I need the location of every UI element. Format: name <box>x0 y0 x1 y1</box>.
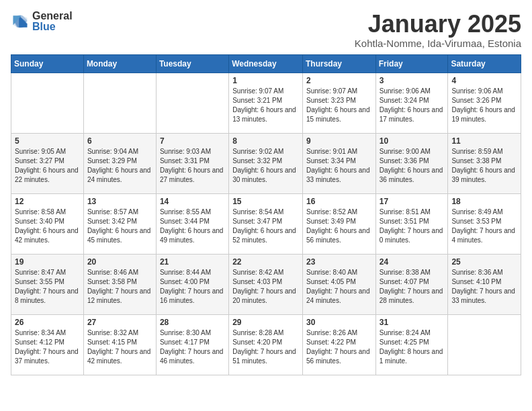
day-number: 23 <box>306 257 372 267</box>
day-number: 11 <box>451 136 517 146</box>
week-row-2: 5Sunrise: 9:05 AM Sunset: 3:27 PM Daylig… <box>11 133 521 193</box>
header-cell-wednesday: Wednesday <box>229 54 303 73</box>
day-info: Sunrise: 8:30 AM Sunset: 4:17 PM Dayligh… <box>160 328 225 366</box>
day-number: 9 <box>306 136 372 146</box>
day-cell: 13Sunrise: 8:57 AM Sunset: 3:42 PM Dayli… <box>83 193 156 254</box>
day-info: Sunrise: 8:59 AM Sunset: 3:38 PM Dayligh… <box>451 147 517 185</box>
calendar-header: SundayMondayTuesdayWednesdayThursdayFrid… <box>11 54 521 73</box>
header-cell-saturday: Saturday <box>448 54 521 73</box>
day-number: 21 <box>160 257 225 267</box>
day-info: Sunrise: 8:47 AM Sunset: 3:55 PM Dayligh… <box>15 268 80 306</box>
day-cell: 3Sunrise: 9:06 AM Sunset: 3:24 PM Daylig… <box>375 73 448 133</box>
day-number: 3 <box>380 76 445 85</box>
day-number: 6 <box>87 136 152 146</box>
header-cell-friday: Friday <box>375 54 448 73</box>
header-row: SundayMondayTuesdayWednesdayThursdayFrid… <box>11 54 521 73</box>
title-area: January 2025 Kohtla-Nomme, Ida-Virumaa, … <box>355 11 521 49</box>
day-cell: 14Sunrise: 8:55 AM Sunset: 3:44 PM Dayli… <box>156 193 228 254</box>
day-cell: 23Sunrise: 8:40 AM Sunset: 4:05 PM Dayli… <box>302 254 375 314</box>
day-cell: 11Sunrise: 8:59 AM Sunset: 3:38 PM Dayli… <box>448 133 521 193</box>
day-cell <box>11 73 84 133</box>
day-cell: 27Sunrise: 8:32 AM Sunset: 4:15 PM Dayli… <box>83 314 156 375</box>
calendar-table: SundayMondayTuesdayWednesdayThursdayFrid… <box>11 54 521 375</box>
header-cell-tuesday: Tuesday <box>156 54 228 73</box>
header-cell-sunday: Sunday <box>11 54 84 73</box>
day-info: Sunrise: 9:06 AM Sunset: 3:24 PM Dayligh… <box>380 87 445 124</box>
day-info: Sunrise: 8:28 AM Sunset: 4:20 PM Dayligh… <box>232 328 299 366</box>
day-number: 18 <box>451 197 517 206</box>
day-cell: 28Sunrise: 8:30 AM Sunset: 4:17 PM Dayli… <box>156 314 228 375</box>
calendar-body: 1Sunrise: 9:07 AM Sunset: 3:21 PM Daylig… <box>11 73 521 375</box>
week-row-1: 1Sunrise: 9:07 AM Sunset: 3:21 PM Daylig… <box>11 73 521 133</box>
day-number: 10 <box>380 136 445 146</box>
logo-text-group: General Blue <box>32 11 73 32</box>
day-info: Sunrise: 8:52 AM Sunset: 3:49 PM Dayligh… <box>306 208 372 245</box>
day-info: Sunrise: 9:05 AM Sunset: 3:27 PM Dayligh… <box>15 147 80 185</box>
day-cell <box>448 314 521 375</box>
day-cell: 4Sunrise: 9:06 AM Sunset: 3:26 PM Daylig… <box>448 73 521 133</box>
day-info: Sunrise: 9:03 AM Sunset: 3:31 PM Dayligh… <box>160 147 225 185</box>
day-number: 12 <box>15 197 80 206</box>
day-cell: 20Sunrise: 8:46 AM Sunset: 3:58 PM Dayli… <box>83 254 156 314</box>
day-info: Sunrise: 8:54 AM Sunset: 3:47 PM Dayligh… <box>232 208 299 245</box>
day-info: Sunrise: 9:01 AM Sunset: 3:34 PM Dayligh… <box>306 147 372 185</box>
day-cell: 25Sunrise: 8:36 AM Sunset: 4:10 PM Dayli… <box>448 254 521 314</box>
day-number: 26 <box>15 318 80 327</box>
day-cell: 26Sunrise: 8:34 AM Sunset: 4:12 PM Dayli… <box>11 314 84 375</box>
day-number: 2 <box>306 76 372 85</box>
day-cell: 30Sunrise: 8:26 AM Sunset: 4:22 PM Dayli… <box>302 314 375 375</box>
day-number: 7 <box>160 136 225 146</box>
day-cell: 17Sunrise: 8:51 AM Sunset: 3:51 PM Dayli… <box>375 193 448 254</box>
day-cell: 7Sunrise: 9:03 AM Sunset: 3:31 PM Daylig… <box>156 133 228 193</box>
day-cell: 21Sunrise: 8:44 AM Sunset: 4:00 PM Dayli… <box>156 254 228 314</box>
day-number: 24 <box>380 257 445 267</box>
day-number: 28 <box>160 318 225 327</box>
day-cell: 18Sunrise: 8:49 AM Sunset: 3:53 PM Dayli… <box>448 193 521 254</box>
day-cell: 1Sunrise: 9:07 AM Sunset: 3:21 PM Daylig… <box>229 73 303 133</box>
day-info: Sunrise: 8:34 AM Sunset: 4:12 PM Dayligh… <box>15 328 80 366</box>
day-number: 5 <box>15 136 80 146</box>
day-number: 16 <box>306 197 372 206</box>
header-cell-thursday: Thursday <box>302 54 375 73</box>
day-number: 14 <box>160 197 225 206</box>
day-cell: 19Sunrise: 8:47 AM Sunset: 3:55 PM Dayli… <box>11 254 84 314</box>
day-info: Sunrise: 8:46 AM Sunset: 3:58 PM Dayligh… <box>87 268 152 306</box>
day-info: Sunrise: 8:44 AM Sunset: 4:00 PM Dayligh… <box>160 268 225 306</box>
day-info: Sunrise: 8:57 AM Sunset: 3:42 PM Dayligh… <box>87 208 152 245</box>
day-cell: 24Sunrise: 8:38 AM Sunset: 4:07 PM Dayli… <box>375 254 448 314</box>
day-info: Sunrise: 9:04 AM Sunset: 3:29 PM Dayligh… <box>87 147 152 185</box>
day-number: 30 <box>306 318 372 327</box>
day-cell: 10Sunrise: 9:00 AM Sunset: 3:36 PM Dayli… <box>375 133 448 193</box>
header-cell-monday: Monday <box>83 54 156 73</box>
day-number: 15 <box>232 197 299 206</box>
day-number: 17 <box>380 197 445 206</box>
day-info: Sunrise: 9:02 AM Sunset: 3:32 PM Dayligh… <box>232 147 299 185</box>
day-cell <box>83 73 156 133</box>
logo-general: General <box>32 10 73 21</box>
day-cell: 16Sunrise: 8:52 AM Sunset: 3:49 PM Dayli… <box>302 193 375 254</box>
calendar-title: January 2025 <box>355 11 521 38</box>
day-number: 31 <box>380 318 445 327</box>
day-info: Sunrise: 8:42 AM Sunset: 4:03 PM Dayligh… <box>232 268 299 306</box>
day-number: 4 <box>451 76 517 85</box>
week-row-3: 12Sunrise: 8:58 AM Sunset: 3:40 PM Dayli… <box>11 193 521 254</box>
day-number: 1 <box>232 76 299 85</box>
day-number: 29 <box>232 318 299 327</box>
day-number: 22 <box>232 257 299 267</box>
day-cell: 2Sunrise: 9:07 AM Sunset: 3:23 PM Daylig… <box>302 73 375 133</box>
day-number: 27 <box>87 318 152 327</box>
day-info: Sunrise: 9:07 AM Sunset: 3:23 PM Dayligh… <box>306 87 372 124</box>
day-number: 8 <box>232 136 299 146</box>
day-info: Sunrise: 8:24 AM Sunset: 4:25 PM Dayligh… <box>380 328 445 366</box>
day-info: Sunrise: 9:07 AM Sunset: 3:21 PM Dayligh… <box>232 87 299 124</box>
day-info: Sunrise: 8:51 AM Sunset: 3:51 PM Dayligh… <box>380 208 445 245</box>
day-cell: 31Sunrise: 8:24 AM Sunset: 4:25 PM Dayli… <box>375 314 448 375</box>
day-cell: 8Sunrise: 9:02 AM Sunset: 3:32 PM Daylig… <box>229 133 303 193</box>
day-info: Sunrise: 8:32 AM Sunset: 4:15 PM Dayligh… <box>87 328 152 366</box>
day-cell: 29Sunrise: 8:28 AM Sunset: 4:20 PM Dayli… <box>229 314 303 375</box>
calendar-subtitle: Kohtla-Nomme, Ida-Virumaa, Estonia <box>355 38 521 49</box>
day-info: Sunrise: 8:40 AM Sunset: 4:05 PM Dayligh… <box>306 268 372 306</box>
week-row-5: 26Sunrise: 8:34 AM Sunset: 4:12 PM Dayli… <box>11 314 521 375</box>
day-number: 20 <box>87 257 152 267</box>
day-number: 19 <box>15 257 80 267</box>
